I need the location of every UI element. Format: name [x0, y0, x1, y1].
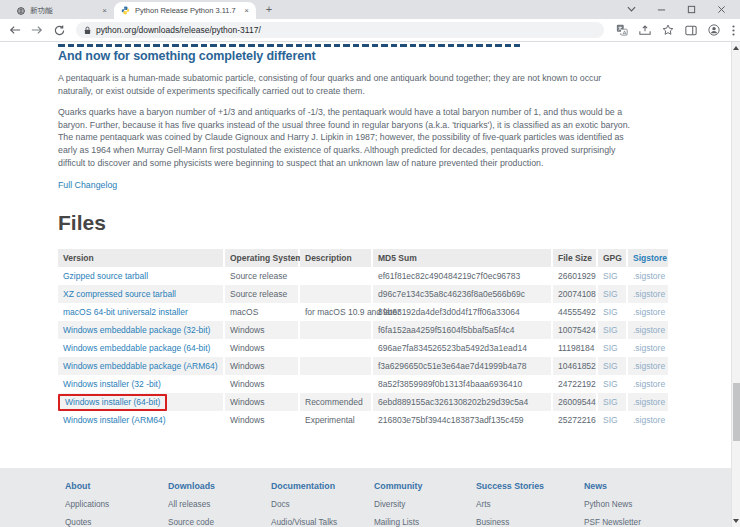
cell-os: Source release — [225, 285, 300, 303]
version-link[interactable]: Windows embeddable package (ARM64) — [63, 361, 218, 371]
cell-size: 25272216 — [553, 411, 598, 429]
footer-link[interactable]: Applications — [65, 500, 168, 509]
gpg-link[interactable]: SIG — [603, 361, 618, 371]
version-link[interactable]: Windows installer (ARM64) — [63, 415, 166, 425]
table-header-row: Version Operating System Description MD5… — [58, 249, 668, 267]
sigstore-link[interactable]: .sigstore — [633, 397, 665, 407]
footer-link[interactable]: Arts — [476, 500, 584, 509]
profile-icon[interactable] — [702, 24, 725, 36]
footer-link[interactable]: All releases — [168, 500, 271, 509]
version-link[interactable]: macOS 64-bit universal2 installer — [63, 307, 188, 317]
gpg-link[interactable]: SIG — [603, 415, 618, 425]
reload-icon[interactable] — [48, 25, 70, 36]
cell-os: Windows — [225, 393, 300, 411]
close-icon[interactable] — [706, 5, 736, 14]
version-link[interactable]: Windows installer (32 -bit) — [63, 379, 161, 389]
cell-sigstore: .sigstore — [628, 375, 668, 393]
scrollbar-up-arrow-icon[interactable] — [733, 46, 739, 50]
address-bar[interactable]: python.org/downloads/release/python-3117… — [76, 22, 604, 38]
footer-column-title[interactable]: Documentation — [271, 481, 374, 491]
sigstore-link[interactable]: .sigstore — [633, 325, 665, 335]
footer-link[interactable]: Python News — [584, 500, 687, 509]
gpg-link[interactable]: SIG — [603, 307, 618, 317]
tab-python-release[interactable]: Python Release Python 3.11.7 × — [114, 2, 256, 19]
cell-version: Windows embeddable package (32-bit) — [58, 321, 225, 339]
maximize-icon[interactable] — [676, 5, 706, 14]
gpg-link[interactable]: SIG — [603, 325, 618, 335]
version-link[interactable]: Windows embeddable package (64-bit) — [63, 343, 210, 353]
cell-version: macOS 64-bit universal2 installer — [58, 303, 225, 321]
gpg-link[interactable]: SIG — [603, 379, 618, 389]
cell-gpg: SIG — [598, 411, 628, 429]
gpg-link[interactable]: SIG — [603, 289, 618, 299]
table-row: Gzipped source tarballSource releaseef61… — [58, 267, 668, 285]
footer-link[interactable]: PSF Newsletter — [584, 518, 687, 527]
table-row: macOS 64-bit universal2 installermacOSfo… — [58, 303, 668, 321]
cell-size: 24722192 — [553, 375, 598, 393]
footer-link[interactable]: Audio/Visual Talks — [271, 518, 374, 527]
version-link[interactable]: XZ compressed source tarball — [63, 289, 176, 299]
cell-size: 10075424 — [553, 321, 598, 339]
tab-close-icon[interactable]: × — [244, 6, 249, 15]
cell-description — [300, 339, 373, 357]
forward-icon[interactable] — [26, 25, 48, 35]
cell-size: 44555492 — [553, 303, 598, 321]
footer-column-title[interactable]: Success Stories — [476, 481, 584, 491]
footer-link[interactable]: Business — [476, 518, 584, 527]
footer-column: AboutApplicationsQuotes — [65, 481, 168, 527]
full-changelog-link[interactable]: Full Changelog — [58, 180, 117, 190]
side-panel-icon[interactable] — [679, 25, 702, 36]
sigstore-link[interactable]: .sigstore — [633, 361, 665, 371]
page-scrollbar[interactable] — [731, 42, 740, 527]
back-icon[interactable] — [4, 25, 26, 35]
cell-sigstore: .sigstore — [628, 267, 668, 285]
sigstore-link[interactable]: .sigstore — [633, 289, 665, 299]
footer-column-title[interactable]: Downloads — [168, 481, 271, 491]
version-link[interactable]: Windows embeddable package (32-bit) — [63, 325, 210, 335]
sigstore-link[interactable]: .sigstore — [633, 307, 665, 317]
scrollbar-down-arrow-icon[interactable] — [733, 519, 739, 523]
footer-column: Success StoriesArtsBusiness — [476, 481, 584, 527]
footer-link[interactable]: Quotes — [65, 518, 168, 527]
cell-size: 26009544 — [553, 393, 598, 411]
sigstore-link[interactable]: .sigstore — [633, 415, 665, 425]
bookmark-star-icon[interactable] — [656, 24, 679, 36]
footer-link[interactable]: Docs — [271, 500, 374, 509]
files-table: Version Operating System Description MD5… — [58, 249, 668, 429]
footer-link[interactable]: Diversity — [374, 500, 476, 509]
cell-gpg: SIG — [598, 267, 628, 285]
version-link[interactable]: Gzipped source tarball — [63, 271, 148, 281]
translate-icon[interactable] — [610, 24, 633, 36]
footer-column-title[interactable]: About — [65, 481, 168, 491]
footer-column: DocumentationDocsAudio/Visual Talks — [271, 481, 374, 527]
cell-size: 11198184 — [553, 339, 598, 357]
chevron-down-icon[interactable] — [616, 6, 646, 12]
gpg-link[interactable]: SIG — [603, 271, 618, 281]
tab-strip: 新功能 × Python Release Python 3.11.7 × + — [0, 0, 740, 19]
sigstore-link[interactable]: .sigstore — [633, 379, 665, 389]
footer-link[interactable]: Source code — [168, 518, 271, 527]
cell-md5: 6ebd889155ac3261308202b29d39c5a4 — [373, 393, 553, 411]
cell-md5: f3a6296650c51e3e64ae7d41999b4a78 — [373, 357, 553, 375]
cell-md5: 696ae7fa834526523ba5492d3a1ead14 — [373, 339, 553, 357]
gpg-link[interactable]: SIG — [603, 397, 618, 407]
minimize-icon[interactable] — [646, 5, 676, 14]
menu-dots-icon[interactable] — [725, 25, 740, 36]
share-icon[interactable] — [633, 25, 656, 36]
sigstore-link[interactable]: .sigstore — [633, 271, 665, 281]
cell-version: Windows installer (ARM64) — [58, 411, 225, 429]
scrollbar-thumb[interactable] — [733, 383, 740, 441]
footer-column-title[interactable]: Community — [374, 481, 476, 491]
footer-column-title[interactable]: News — [584, 481, 687, 491]
tab-close-icon[interactable]: × — [102, 6, 107, 15]
version-link-highlighted[interactable]: Windows installer (64-bit) — [58, 394, 167, 411]
footer-link[interactable]: Mailing Lists — [374, 518, 476, 527]
cell-sigstore: .sigstore — [628, 357, 668, 375]
table-row: Windows embeddable package (32-bit)Windo… — [58, 321, 668, 339]
gpg-link[interactable]: SIG — [603, 343, 618, 353]
new-tab-button[interactable]: + — [262, 3, 276, 17]
header-sigstore-link[interactable]: Sigstore — [628, 249, 668, 267]
tab-new-features[interactable]: 新功能 × — [12, 2, 112, 19]
tab-title: 新功能 — [30, 6, 98, 16]
sigstore-link[interactable]: .sigstore — [633, 343, 665, 353]
